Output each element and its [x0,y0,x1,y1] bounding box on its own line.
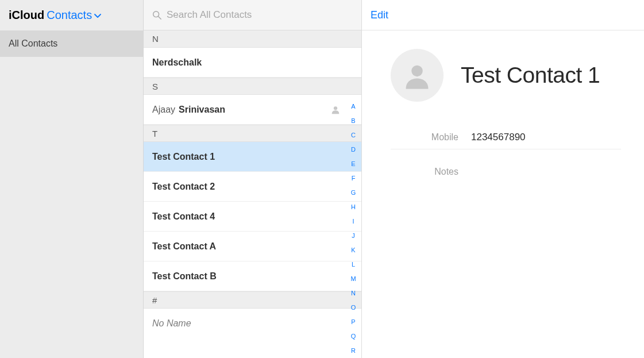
person-icon [330,105,341,115]
field-value[interactable]: 1234567890 [471,132,526,143]
alpha-index-letter[interactable]: B [351,117,355,125]
svg-point-0 [153,11,159,17]
contacts-list: NNerdschalkSAjaaySrinivasanTTest Contact… [144,0,362,358]
alpha-index-letter[interactable]: I [352,218,354,225]
section-header: N [144,30,361,48]
contact-name: Test Contact 1 [461,63,600,88]
alpha-index-letter[interactable]: D [351,146,356,153]
contact-row[interactable]: Test Contact 1 [144,142,361,172]
svg-point-2 [334,106,337,110]
edit-button[interactable]: Edit [371,9,388,21]
contact-row[interactable]: No Name [144,309,361,338]
alpha-index-letter[interactable]: K [351,247,355,254]
detail-header: Edit [362,0,644,30]
brand-sub: Contacts [47,9,92,22]
search-input[interactable] [167,9,353,21]
alpha-index-letter[interactable]: R [351,347,356,355]
alpha-index-letter[interactable]: Q [351,333,356,340]
contact-last-name: Test Contact 1 [152,152,215,162]
chevron-down-icon [94,9,101,22]
alpha-index-letter[interactable]: C [351,132,356,139]
alpha-index-letter[interactable]: P [351,318,355,326]
svg-line-1 [159,17,161,20]
contact-last-name: Test Contact 2 [152,182,215,192]
alpha-index-letter[interactable]: M [350,275,356,283]
alpha-index-letter[interactable]: A [351,103,355,110]
contact-last-name: Nerdschalk [152,57,202,68]
notes-row: Notes [391,149,621,183]
sidebar-group-item[interactable]: All Contacts [0,30,143,57]
contact-row[interactable]: Test Contact B [144,261,361,291]
app-title[interactable]: iCloud Contacts [0,0,143,30]
contact-first-name: Ajaay [152,105,175,115]
alpha-index-letter[interactable]: L [352,261,355,268]
alpha-index[interactable]: ABCDEFGHIJKLMNOPQR [345,30,361,358]
field-label: Mobile [391,132,471,143]
alpha-index-letter[interactable]: N [351,290,356,297]
alpha-index-letter[interactable]: H [351,203,356,211]
contact-name-text: No Name [152,318,191,329]
contact-row[interactable]: Nerdschalk [144,48,361,78]
alpha-index-letter[interactable]: J [352,232,355,240]
section-header: S [144,78,361,95]
contact-last-name: Test Contact A [152,241,216,252]
notes-label: Notes [391,167,471,177]
alpha-index-letter[interactable]: E [351,160,355,168]
section-header: # [144,291,361,309]
svg-point-3 [411,66,423,77]
contact-last-name: Test Contact 4 [152,211,215,222]
contact-row[interactable]: Test Contact A [144,232,361,261]
contact-row[interactable]: AjaaySrinivasan [144,95,361,125]
sidebar: iCloud Contacts All Contacts [0,0,144,358]
alpha-index-letter[interactable]: F [352,175,356,182]
brand-main: iCloud [9,9,44,22]
detail-field-row: Mobile1234567890 [391,126,621,149]
alpha-index-letter[interactable]: G [351,189,356,197]
search-bar [144,0,361,30]
alpha-index-letter[interactable]: O [351,304,356,311]
contact-row[interactable]: Test Contact 4 [144,202,361,232]
avatar [391,49,444,102]
contact-row[interactable]: Test Contact 2 [144,172,361,202]
contact-detail: Edit Test Contact 1 Mobile1234567890 Not… [362,0,644,358]
search-icon [152,10,162,20]
contact-last-name: Srinivasan [179,105,225,115]
contact-last-name: Test Contact B [152,271,217,282]
section-header: T [144,125,361,142]
